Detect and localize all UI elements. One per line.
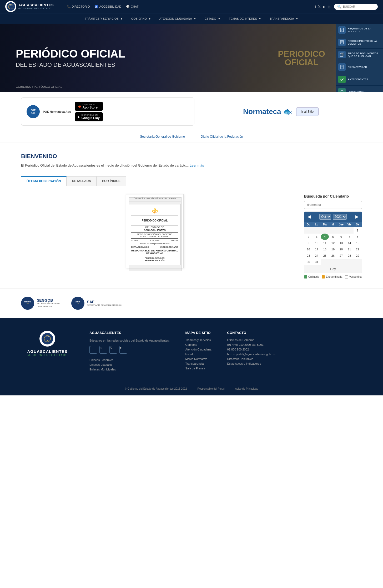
seggob-logo: GOBIERNOAGS xyxy=(21,297,34,310)
cal-day-13[interactable]: 13 xyxy=(337,240,345,246)
calendar-today-button[interactable]: Hoy xyxy=(304,265,362,273)
ir-al-sitio-button[interactable]: Ir al Sitio xyxy=(296,107,319,116)
appstore-badge[interactable]: 🍎 Disponible en App Store xyxy=(75,102,103,111)
footer-gobierno[interactable]: Gobierno xyxy=(185,343,211,346)
cal-day-12[interactable]: 12 xyxy=(329,240,337,246)
accesibilidad-link[interactable]: ♿ ACCESIBILIDAD xyxy=(94,5,121,8)
leer-mas-link[interactable]: Leer más xyxy=(190,163,204,167)
cal-day-22[interactable]: 22 xyxy=(354,246,362,252)
welcome-section: BIENVENIDO El Periódico Oficial del Esta… xyxy=(0,142,383,174)
cal-day-25[interactable]: 25 xyxy=(321,252,329,259)
calendar-date-input[interactable] xyxy=(304,201,362,209)
calendar-widget: ◀ Oct 2021 ▶ Do Lu Ma Mi Jue Vie Sa xyxy=(304,212,362,273)
search-input[interactable] xyxy=(343,5,375,8)
footer-facebook[interactable]: f xyxy=(89,346,97,354)
footer-atencion[interactable]: Atención Ciudadana xyxy=(185,348,211,351)
doc-container[interactable]: Doble click para visualizar el documento… xyxy=(126,194,184,268)
calendar-next-button[interactable]: ▶ xyxy=(355,214,359,219)
cal-day-23[interactable]: 23 xyxy=(304,252,313,259)
googleplay-badge[interactable]: ▶ DISPONIBLE EN Google Play xyxy=(75,112,103,121)
cal-day-10[interactable]: 10 xyxy=(313,240,321,246)
cal-day-19[interactable]: 19 xyxy=(329,246,337,252)
calendar-header: ◀ Oct 2021 ▶ xyxy=(304,212,362,222)
hero-subtitle: DEL ESTADO DE AGUASCALIENTES xyxy=(16,61,115,68)
nav-gobierno[interactable]: GOBIERNO ▼ xyxy=(127,13,155,24)
footer-enlaces-federales[interactable]: Enlaces Federales xyxy=(89,358,170,362)
nav-atencion[interactable]: ATENCIÓN CIUDADANA ▼ xyxy=(155,13,200,24)
cal-day-15[interactable]: 15 xyxy=(354,240,362,246)
nav-tramites[interactable]: TRÁMITES Y SERVICIOS ▼ xyxy=(80,13,127,24)
org-sae: ADMÓNAGS SAE SECRETARÍA DE ADMINISTRACIÓ… xyxy=(71,297,123,310)
footer-estadisticas[interactable]: Estadísticas e Indicadores xyxy=(227,362,276,365)
cal-day-2[interactable]: 2 xyxy=(304,234,313,240)
sidebar-fundamento[interactable]: FUNDAMENTO xyxy=(336,86,383,92)
cal-day-6[interactable]: 6 xyxy=(337,234,345,240)
cal-day-11[interactable]: 11 xyxy=(321,240,329,246)
sidebar-antecedentes[interactable]: ANTECEDENTES xyxy=(336,73,383,86)
cal-day-27[interactable]: 27 xyxy=(337,252,345,259)
cal-day-31[interactable]: 31 xyxy=(313,259,321,265)
footer-instagram[interactable]: ◎ xyxy=(99,346,107,354)
calendar-prev-button[interactable]: ◀ xyxy=(308,214,311,219)
chat-link[interactable]: 💬 CHAT xyxy=(126,5,138,8)
cal-day-24[interactable]: 24 xyxy=(313,252,321,259)
secretaria-link[interactable]: Secretaría General de Gobierno xyxy=(140,135,185,138)
welcome-title: BIENVENIDO xyxy=(21,153,362,160)
logo-text: AGUASCALIENTES GOBIERNO DEL ESTADO xyxy=(18,3,54,10)
directorio-link[interactable]: 📞 DIRECTORIO xyxy=(67,5,90,8)
footer-youtube[interactable]: ▶ xyxy=(119,346,127,354)
cal-day-21[interactable]: 21 xyxy=(345,246,354,252)
tab-ultima-publicacion[interactable]: ÚLTIMA PUBLICACIÓN xyxy=(21,176,67,186)
footer-marco[interactable]: Marco Normativo xyxy=(185,357,211,360)
facebook-icon[interactable]: f xyxy=(315,5,316,9)
normateca-label: Normateca xyxy=(243,107,281,116)
tab-detallada[interactable]: DETALLADA xyxy=(67,176,97,186)
cal-day-8[interactable]: 8 xyxy=(354,234,362,240)
cal-day-1[interactable]: 1 xyxy=(354,227,362,234)
sidebar-procedimiento[interactable]: PROCEDIMIENTO DE LA SOLICITUD xyxy=(336,36,383,49)
nav-estado[interactable]: ESTADO ▼ xyxy=(200,13,225,24)
sidebar-requisitos[interactable]: REQUISITOS DE LA SOLICITUD xyxy=(336,24,383,36)
cal-day-20[interactable]: 20 xyxy=(337,246,345,252)
footer-oficinas[interactable]: Oficinas de Gobierno xyxy=(227,338,276,342)
footer-transparencia[interactable]: Transparencia xyxy=(185,362,211,365)
youtube-icon[interactable]: ▶ xyxy=(323,5,325,9)
cal-day-17[interactable]: 17 xyxy=(313,246,321,252)
calendar-month-select[interactable]: Oct xyxy=(319,214,331,220)
cal-day-7[interactable]: 7 xyxy=(345,234,354,240)
cal-day-4[interactable]: 4 xyxy=(321,234,329,240)
footer-sala[interactable]: Sala de Prensa xyxy=(185,367,211,370)
calendar-year-select[interactable]: 2021 xyxy=(333,214,347,220)
cal-day-30[interactable]: 30 xyxy=(304,259,313,265)
cal-day-14[interactable]: 14 xyxy=(345,240,354,246)
footer-directorio[interactable]: Directorio Telefónico xyxy=(227,357,276,360)
tabs-container: ÚLTIMA PUBLICACIÓN DETALLADA POR ÍNDICE xyxy=(0,174,383,186)
cal-day-26[interactable]: 26 xyxy=(329,252,337,259)
nav-temas[interactable]: TEMAS DE INTERÉS ▼ xyxy=(225,13,265,24)
footer-enlaces-estatales[interactable]: Enlaces Estatales xyxy=(89,363,170,366)
footer-email[interactable]: buzon.portal@aguascalientes.gob.mx xyxy=(227,353,276,356)
instagram-icon[interactable]: ◎ xyxy=(327,5,330,9)
sidebar-normatividad[interactable]: NORMATIVIDAD xyxy=(336,61,383,73)
footer-tramites[interactable]: Trámites y servicios xyxy=(185,338,211,342)
cal-day-5[interactable]: 5 xyxy=(329,234,337,240)
cal-day-3[interactable]: 3 xyxy=(313,234,321,240)
cal-day-16[interactable]: 16 xyxy=(304,246,313,252)
cal-day-29[interactable]: 29 xyxy=(354,252,362,259)
diario-oficial-link[interactable]: Diario Oficial de la Federación xyxy=(201,135,243,138)
tab-por-indice[interactable]: POR ÍNDICE xyxy=(97,176,126,186)
sidebar-tipos[interactable]: TIPOS DE DOCUMENTOS QUE SE PUBLICAN xyxy=(336,49,383,61)
app-info: POEAgs POE Normateca Ags xyxy=(27,105,71,118)
footer-responsable[interactable]: Responsable del Portal xyxy=(197,387,224,390)
cal-day-9[interactable]: 9 xyxy=(304,240,313,246)
footer-tel2: 01 800 900 2002 xyxy=(227,348,276,351)
top-bar-left: AGS ★ AGUASCALIENTES GOBIERNO DEL ESTADO… xyxy=(5,1,138,12)
footer-estado[interactable]: Estado xyxy=(185,353,211,356)
cal-day-18[interactable]: 18 xyxy=(321,246,329,252)
footer-twitter[interactable]: 𝕏 xyxy=(109,346,117,354)
nav-transparencia[interactable]: TRANSPARENCIA ▼ xyxy=(265,13,303,24)
footer-enlaces-municipales[interactable]: Enlaces Municipales xyxy=(89,368,170,371)
cal-day-28[interactable]: 28 xyxy=(345,252,354,259)
twitter-icon[interactable]: 𝕏 xyxy=(318,5,321,9)
footer-aviso[interactable]: Aviso de Privacidad xyxy=(235,387,258,390)
